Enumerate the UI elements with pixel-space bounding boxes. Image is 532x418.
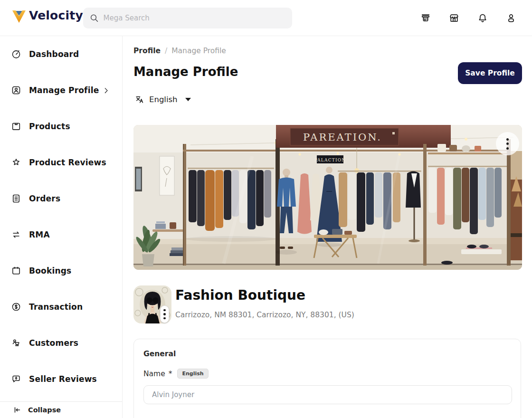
search-input[interactable] [104, 14, 285, 22]
name-language-badge: English [177, 369, 208, 379]
brand-name: Velocity [29, 9, 83, 22]
sidebar-item-transaction[interactable]: Transaction [0, 289, 122, 325]
name-field-label-row: Name * English [143, 369, 209, 379]
store-name: Fashion Boutique [175, 287, 305, 303]
main-content: Profile / Manage Profile Manage Profile … [123, 36, 532, 418]
boutique-scene: PAREATION. PALACTION [133, 125, 522, 270]
user-icon[interactable] [505, 12, 517, 24]
breadcrumb-separator: / [165, 47, 167, 55]
store-avatar [133, 285, 171, 323]
package-icon [11, 121, 21, 132]
notification-bell-icon[interactable] [477, 12, 488, 24]
swap-arrows-icon [11, 229, 21, 240]
page-title: Manage Profile [133, 65, 238, 79]
calendar-icon [11, 266, 21, 276]
collapse-label: Collapse [28, 406, 61, 414]
search-box[interactable] [83, 8, 292, 28]
sidebar-item-label: Bookings [29, 266, 71, 276]
customer-cart-icon [11, 338, 21, 348]
pos-counter-icon[interactable] [420, 12, 431, 24]
collapse-icon [13, 406, 21, 414]
banner-sign-secondary: PALACTION [314, 158, 346, 162]
sidebar-item-manage-profile[interactable]: Manage Profile [0, 72, 122, 108]
breadcrumb-current: Manage Profile [171, 47, 226, 55]
store-address: Carrizozo, NM 88301, Carrizozo, NY, 8830… [175, 311, 354, 319]
dollar-circle-icon [11, 302, 21, 312]
save-profile-button[interactable]: Save Profile [458, 62, 522, 84]
sidebar-item-orders[interactable]: Orders [0, 180, 122, 217]
search-icon [90, 13, 99, 23]
kebab-menu-icon [163, 309, 166, 312]
sidebar-item-rma[interactable]: RMA [0, 217, 122, 253]
banner-sign-primary: PAREATION. [303, 132, 382, 143]
sidebar-item-dashboard[interactable]: Dashboard [0, 36, 122, 72]
translate-icon [134, 94, 145, 104]
topbar: Velocity [0, 0, 532, 36]
user-card-icon [11, 85, 21, 95]
sidebar-item-label: Products [29, 122, 70, 131]
brand-logo[interactable]: Velocity [10, 7, 83, 24]
chevron-right-icon [103, 87, 110, 94]
sidebar-collapse-button[interactable]: Collapse [0, 401, 122, 418]
topbar-icons [420, 12, 517, 24]
sidebar-item-customers[interactable]: Customers [0, 325, 122, 361]
sidebar-item-label: Customers [29, 338, 78, 348]
name-input[interactable] [143, 385, 512, 404]
store-banner-image: PAREATION. PALACTION [133, 125, 522, 270]
sidebar-item-seller-reviews[interactable]: Seller Reviews [0, 361, 122, 397]
storefront-icon[interactable] [448, 12, 460, 24]
sidebar-item-label: Orders [29, 194, 60, 203]
document-icon [11, 193, 21, 204]
sidebar-item-label: Seller Reviews [29, 374, 97, 384]
sidebar-item-label: Product Reviews [29, 158, 106, 167]
review-bubble-icon [11, 374, 21, 384]
required-mark: * [169, 370, 172, 378]
breadcrumb-profile-link[interactable]: Profile [133, 47, 161, 55]
kebab-menu-icon [506, 138, 509, 141]
sidebar-item-label: RMA [29, 230, 50, 239]
language-selected: English [149, 95, 178, 104]
sidebar-item-product-reviews[interactable]: Product Reviews [0, 144, 122, 180]
velocity-logo-icon [10, 7, 28, 24]
star-icon [11, 157, 21, 168]
sidebar-nav: Dashboard Manage Profile Products [0, 36, 122, 397]
sidebar-item-bookings[interactable]: Bookings [0, 253, 122, 289]
gauge-icon [11, 49, 21, 59]
sidebar: Dashboard Manage Profile Products [0, 36, 123, 418]
sidebar-item-products[interactable]: Products [0, 108, 122, 144]
section-title: General [143, 350, 176, 358]
app-root: Velocity [0, 0, 532, 418]
sidebar-item-label: Manage Profile [29, 86, 99, 95]
name-label: Name [143, 370, 165, 378]
avatar-options-button[interactable] [160, 305, 169, 323]
sidebar-item-label: Dashboard [29, 49, 79, 59]
chevron-down-icon [185, 98, 191, 101]
language-selector[interactable]: English [134, 94, 191, 104]
banner-options-button[interactable] [496, 132, 519, 155]
breadcrumb: Profile / Manage Profile [133, 47, 226, 55]
general-section-card: General Name * English [133, 339, 521, 418]
sidebar-item-label: Transaction [29, 302, 83, 312]
